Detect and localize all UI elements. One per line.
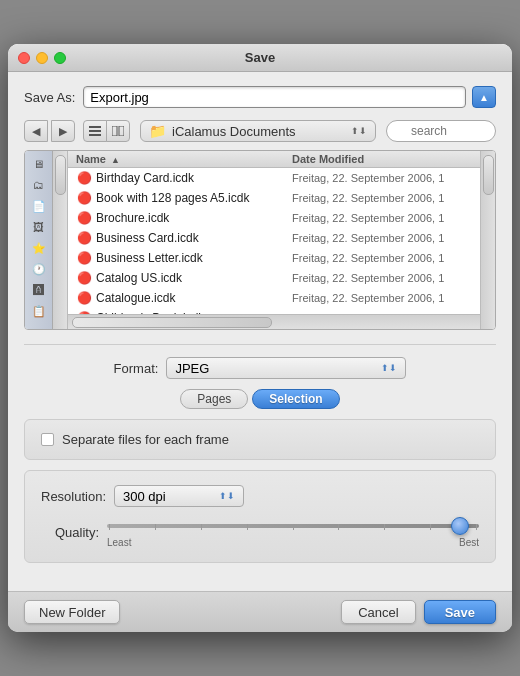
column-view-button[interactable] [106, 120, 130, 142]
scrollbar-horizontal[interactable] [68, 314, 480, 329]
file-name-0: Birthday Card.icdk [96, 171, 292, 185]
location-dropdown[interactable]: 📁 iCalamus Documents ⬆⬇ [140, 120, 376, 142]
scrollbar-thumb-right[interactable] [483, 155, 494, 195]
file-date-0: Freitag, 22. September 2006, 1 [292, 172, 472, 184]
slider-line [107, 524, 479, 528]
window-title: Save [245, 50, 275, 65]
scrollbar-h-thumb[interactable] [72, 317, 272, 328]
svg-rect-3 [112, 126, 117, 136]
file-date-4: Freitag, 22. September 2006, 1 [292, 252, 472, 264]
resolution-arrows-icon: ⬆⬇ [219, 491, 235, 501]
file-name-2: Brochure.icdk [96, 211, 292, 225]
sidebar-icon-0[interactable]: 🖥 [29, 155, 49, 173]
scrollbar-thumb-left[interactable] [55, 155, 66, 195]
separate-files-label: Separate files for each frame [62, 432, 229, 447]
cancel-button[interactable]: Cancel [341, 600, 415, 624]
file-icon-6: 🔴 [76, 290, 92, 306]
folder-icon: 📁 [149, 123, 166, 139]
best-label: Best [459, 537, 479, 548]
least-label: Least [107, 537, 131, 548]
save-as-input[interactable] [83, 86, 466, 108]
list-item[interactable]: 🔴 Birthday Card.icdk Freitag, 22. Septem… [68, 168, 480, 188]
tab-bar: Pages Selection [24, 389, 496, 409]
tick-6 [338, 524, 339, 530]
file-rows: 🔴 Birthday Card.icdk Freitag, 22. Septem… [68, 168, 480, 314]
file-date-5: Freitag, 22. September 2006, 1 [292, 272, 472, 284]
options-panel: Separate files for each frame [24, 419, 496, 460]
file-icon-0: 🔴 [76, 170, 92, 186]
save-button[interactable]: Save [424, 600, 496, 624]
sidebar-icon-4[interactable]: ⭐ [29, 239, 49, 257]
sort-arrow: ▲ [111, 155, 120, 165]
list-item[interactable]: 🔴 Book with 128 pages A5.icdk Freitag, 2… [68, 188, 480, 208]
separate-files-checkbox[interactable] [41, 433, 54, 446]
location-arrows-icon: ⬆⬇ [351, 126, 367, 136]
new-folder-button[interactable]: New Folder [24, 600, 120, 624]
forward-button[interactable]: ▶ [51, 120, 75, 142]
list-item[interactable]: 🔴 Catalog US.icdk Freitag, 22. September… [68, 268, 480, 288]
file-date-3: Freitag, 22. September 2006, 1 [292, 232, 472, 244]
resolution-value: 300 dpi [123, 489, 166, 504]
file-list-header: Name ▲ Date Modified [68, 151, 480, 168]
dialog-content: Save As: ▲ ◀ ▶ [8, 72, 512, 591]
list-view-button[interactable] [83, 120, 107, 142]
quality-slider-track[interactable] [107, 517, 479, 535]
tab-selection[interactable]: Selection [252, 389, 339, 409]
tick-4 [247, 524, 248, 530]
svg-rect-0 [89, 126, 101, 128]
maximize-button[interactable] [54, 52, 66, 64]
nav-bar: ◀ ▶ [24, 120, 496, 142]
col-date-header[interactable]: Date Modified [292, 153, 472, 165]
save-as-arrow-button[interactable]: ▲ [472, 86, 496, 108]
quality-label: Quality: [41, 525, 99, 540]
file-list-container: Name ▲ Date Modified 🔴 Birthday Card.icd… [68, 151, 480, 329]
slider-ticks [107, 524, 479, 528]
close-button[interactable] [18, 52, 30, 64]
bottom-bar: New Folder Cancel Save [8, 591, 512, 632]
format-value: JPEG [175, 361, 209, 376]
file-name-1: Book with 128 pages A5.icdk [96, 191, 292, 205]
sidebar-icons: 🖥 🗂 📄 🖼 ⭐ 🕐 🅰 📋 [25, 151, 53, 329]
list-item[interactable]: 🔴 Business Letter.icdk Freitag, 22. Sept… [68, 248, 480, 268]
list-item[interactable]: 🔴 Business Card.icdk Freitag, 22. Septem… [68, 228, 480, 248]
quality-slider-wrapper: Least Best [107, 517, 479, 548]
resolution-row: Resolution: 300 dpi ⬆⬇ [41, 485, 479, 507]
sidebar-icon-7[interactable]: 📋 [29, 302, 49, 320]
resolution-select[interactable]: 300 dpi ⬆⬇ [114, 485, 244, 507]
sidebar-icon-1[interactable]: 🗂 [29, 176, 49, 194]
sidebar-icon-6[interactable]: 🅰 [29, 281, 49, 299]
sidebar-icon-2[interactable]: 📄 [29, 197, 49, 215]
svg-rect-2 [89, 134, 101, 136]
format-select[interactable]: JPEG ⬆⬇ [166, 357, 406, 379]
file-date-1: Freitag, 22. September 2006, 1 [292, 192, 472, 204]
list-item[interactable]: 🔴 Catalogue.icdk Freitag, 22. September … [68, 288, 480, 308]
sidebar-icon-3[interactable]: 🖼 [29, 218, 49, 236]
svg-rect-4 [119, 126, 124, 136]
sidebar-icon-5[interactable]: 🕐 [29, 260, 49, 278]
format-label: Format: [114, 361, 159, 376]
left-panel: 🖥 🗂 📄 🖼 ⭐ 🕐 🅰 📋 [25, 151, 68, 329]
location-label: iCalamus Documents [172, 124, 347, 139]
file-date-6: Freitag, 22. September 2006, 1 [292, 292, 472, 304]
list-item[interactable]: 🔴 Brochure.icdk Freitag, 22. September 2… [68, 208, 480, 228]
back-button[interactable]: ◀ [24, 120, 48, 142]
file-name-6: Catalogue.icdk [96, 291, 292, 305]
slider-labels: Least Best [107, 537, 479, 548]
tick-2 [155, 524, 156, 530]
file-date-2: Freitag, 22. September 2006, 1 [292, 212, 472, 224]
col-name-header[interactable]: Name ▲ [76, 153, 292, 165]
resolution-label: Resolution: [41, 489, 106, 504]
format-arrows-icon: ⬆⬇ [381, 363, 397, 373]
search-input[interactable] [386, 120, 496, 142]
file-name-3: Business Card.icdk [96, 231, 292, 245]
title-bar: Save [8, 44, 512, 72]
quality-slider-thumb[interactable] [451, 517, 469, 535]
tick-5 [293, 524, 294, 530]
tab-pages[interactable]: Pages [180, 389, 248, 409]
scrollbar-vertical-right[interactable] [480, 151, 495, 329]
separate-files-row: Separate files for each frame [41, 432, 479, 447]
file-name-5: Catalog US.icdk [96, 271, 292, 285]
scrollbar-vertical-left[interactable] [53, 151, 68, 329]
file-icon-3: 🔴 [76, 230, 92, 246]
minimize-button[interactable] [36, 52, 48, 64]
